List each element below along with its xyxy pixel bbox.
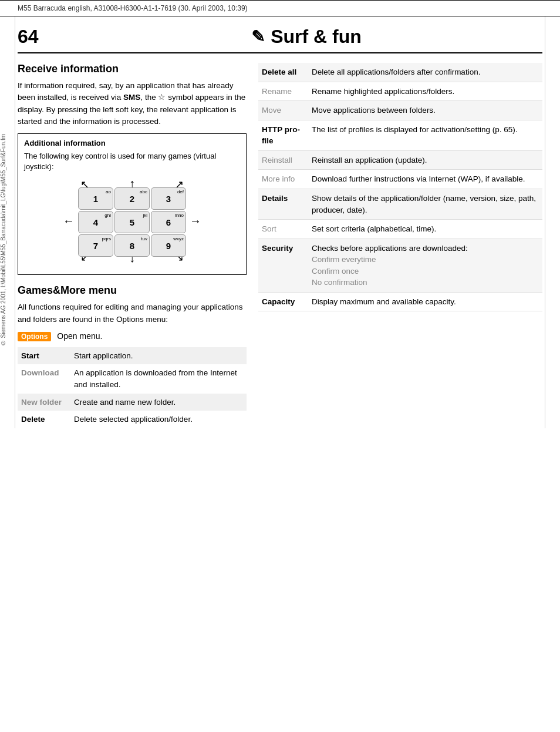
key-4: 4ghi [78,211,113,233]
table-row: Start Start application. [18,347,247,365]
option-label-delete: Delete [18,411,70,428]
option-label-security: Security [258,239,308,292]
keypad-grid: 1ao 2abc 3def 4ghi [78,187,186,257]
page-title-row: 64 ✎ Surf & fun [18,16,542,53]
table-row: Capacity Display maximum and available c… [258,292,542,311]
table-row: Move Move applications between folders. [258,101,542,120]
table-row: Details Show details of the application/… [258,189,542,219]
margin-line-right [545,16,545,428]
left-options-table: Start Start application. Download An app… [18,347,247,428]
sidebar-text: © Siemens AG 2001, I:\Mobil\L55\M55_Barr… [0,134,12,346]
info-box-heading: Additional information [24,139,240,147]
option-desc-delete: Delete selected application/folder. [70,411,247,428]
games-menu-heading: Games&More menu [18,284,247,297]
key-6: 6mno [151,211,186,233]
right-options-table: Delete all Delete all applications/folde… [258,63,542,311]
key-5: 5jkl [114,211,150,233]
option-desc-details: Show details of the application/folder (… [308,189,542,219]
option-desc-download: An application is downloaded from the In… [70,364,247,393]
key-8: 8tuv [114,234,150,257]
options-description: Open menu. [57,331,102,341]
option-label-capacity: Capacity [258,292,308,311]
games-menu-body: All functions required for editing and m… [18,301,247,325]
surf-fun-icon: ✎ [251,27,265,46]
option-label-sort: Sort [258,220,308,239]
option-label-start: Start [18,347,70,365]
option-label-moreinfo: More info [258,170,308,189]
table-row: More info Download further instructions … [258,170,542,189]
option-desc-moreinfo: Download further instructions via Intern… [308,170,542,189]
main-content: Receive information If information requi… [18,63,542,428]
info-box: Additional information The following key… [18,133,247,275]
table-row: New folder Create and name new folder. [18,394,247,411]
key-5-letters: jkl [143,213,147,218]
key-4-letters: ghi [104,213,111,218]
table-row: Rename Rename highlighted applications/f… [258,82,542,101]
page-number: 64 [18,26,47,48]
key-1-letters: ao [106,189,111,194]
table-row: Reinstall Reinstall an application (upda… [258,150,542,170]
option-label-http: HTTP pro-file [258,120,308,150]
sms-bold: SMS [123,93,140,102]
options-row: Options Open menu. [18,331,247,341]
security-sub-1: Confirm everytime [312,254,539,266]
table-row: Delete Delete selected application/folde… [18,411,247,428]
receive-info-body: If information required, say, by an appl… [18,80,247,127]
option-label-deleteall: Delete all [258,63,308,82]
option-desc-rename: Rename highlighted applications/folders. [308,82,542,101]
page-title: ✎ Surf & fun [70,26,542,48]
key-6-letters: mno [174,213,184,218]
key-1: 1ao [78,187,113,210]
option-label-download: Download [18,364,70,393]
option-label-reinstall: Reinstall [258,150,308,170]
options-button-label[interactable]: Options [18,332,51,341]
option-desc-capacity: Display maximum and available capacity. [308,292,542,311]
key-3: 3def [151,187,186,210]
table-row: Download An application is downloaded fr… [18,364,247,393]
arrow-right: → [190,214,201,228]
option-desc-move: Move applications between folders. [308,101,542,120]
security-sub-3: No confirmation [312,277,539,288]
key-2-letters: abc [140,189,147,194]
left-column: Receive information If information requi… [18,63,247,428]
table-row: Security Checks before applications are … [258,239,542,292]
option-desc-security: Checks before applications are downloade… [308,239,542,292]
security-sub-2: Confirm once [312,266,539,277]
option-label-rename: Rename [258,82,308,101]
key-3-letters: def [177,189,184,194]
info-box-body: The following key control is used for ma… [24,151,240,172]
option-label-move: Move [258,101,308,120]
option-desc-http: The list of profiles is displayed for ac… [308,120,542,150]
option-label-details: Details [258,189,308,219]
receive-info-heading: Receive information [18,63,247,75]
key-8-letters: tuv [141,236,147,241]
option-desc-deleteall: Delete all applications/folders after co… [308,63,542,82]
option-desc-start: Start application. [70,347,247,365]
right-column: Delete all Delete all applications/folde… [258,63,542,428]
key-7-letters: pqrs [102,236,111,241]
table-row: HTTP pro-file The list of profiles is di… [258,120,542,150]
margin-line-left [15,16,15,428]
key-7: 7pqrs [78,234,113,257]
key-9: 9wxyz [151,234,186,257]
header-bar: M55 Barracuda english, A31008-H6300-A1-1… [0,0,560,16]
key-9-letters: wxyz [173,236,184,241]
table-row: Delete all Delete all applications/folde… [258,63,542,82]
header-text: M55 Barracuda english, A31008-H6300-A1-1… [18,4,248,12]
page-title-text: Surf & fun [271,26,362,48]
option-desc-reinstall: Reinstall an application (update). [308,150,542,170]
option-desc-sort: Set sort criteria (alphabetical, time). [308,220,542,239]
option-label-newfolder: New folder [18,394,70,411]
table-row: Sort Set sort criteria (alphabetical, ti… [258,220,542,239]
arrow-left: ← [63,214,75,228]
keypad-diagram: ↖ ↗ ↙ ↘ ↑ ↓ ← → 1ao [24,177,240,265]
key-2: 2abc [114,187,150,210]
option-desc-newfolder: Create and name new folder. [70,394,247,411]
